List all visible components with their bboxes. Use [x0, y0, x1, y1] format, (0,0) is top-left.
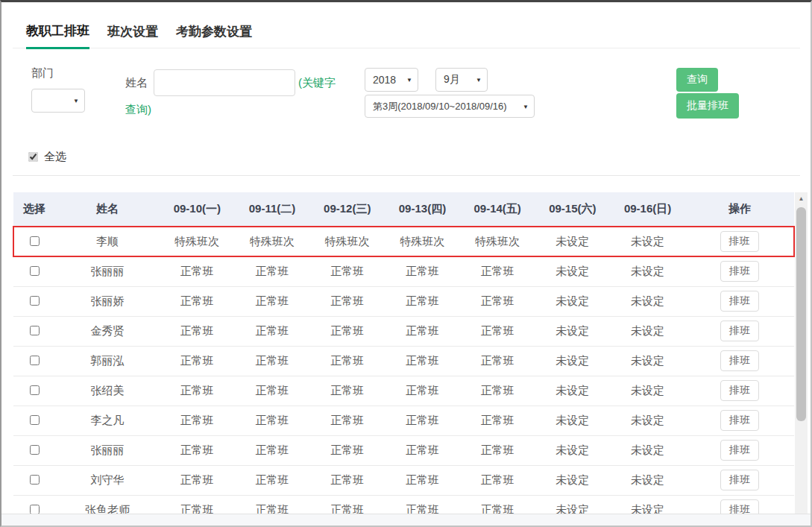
row-checkbox[interactable]: [30, 445, 40, 455]
department-label: 部门: [31, 66, 54, 81]
department-select[interactable]: ▼: [31, 89, 85, 113]
tab-2[interactable]: 考勤参数设置: [176, 23, 252, 48]
schedule-button[interactable]: 排班: [720, 350, 759, 371]
chevron-down-icon: ▼: [476, 77, 482, 83]
shift-cell: 正常班: [235, 465, 310, 495]
staff-name: 李之凡: [55, 405, 160, 435]
shift-cell: 正常班: [160, 316, 235, 346]
query-button[interactable]: 查询: [676, 68, 718, 92]
shift-cell: 未设定: [535, 465, 611, 495]
table-row: 李顺特殊班次特殊班次特殊班次特殊班次特殊班次未设定未设定排班: [13, 227, 794, 256]
chevron-down-icon: ▼: [523, 103, 529, 110]
tab-1[interactable]: 班次设置: [107, 23, 158, 48]
table-row: 金秀贤正常班正常班正常班正常班正常班未设定未设定排班: [13, 316, 794, 346]
schedule-button[interactable]: 排班: [720, 291, 759, 312]
select-all[interactable]: 全选: [28, 150, 66, 164]
scrollbar-thumb[interactable]: [796, 207, 806, 421]
column-header: 选择: [13, 192, 55, 227]
row-checkbox[interactable]: [30, 505, 40, 514]
table-row: 张丽丽正常班正常班正常班正常班正常班未设定未设定排班: [13, 256, 794, 286]
column-header: 09-14(五): [460, 192, 535, 227]
batch-schedule-button[interactable]: 批量排班: [676, 93, 739, 119]
staff-name: 李顺: [55, 227, 160, 256]
row-checkbox[interactable]: [30, 296, 40, 306]
shift-cell: 正常班: [385, 316, 460, 346]
column-header: 09-12(三): [309, 192, 385, 227]
shift-cell: 未设定: [610, 256, 685, 286]
shift-cell: 未设定: [610, 227, 685, 256]
shift-cell: 未设定: [535, 376, 611, 405]
staff-name: 张丽娇: [55, 286, 160, 316]
shift-cell: 正常班: [309, 376, 385, 405]
row-checkbox[interactable]: [30, 415, 40, 425]
staff-name: 张丽丽: [55, 435, 160, 465]
select-all-checkbox[interactable]: [28, 152, 38, 162]
shift-cell: 正常班: [309, 316, 385, 346]
shift-cell: 特殊班次: [385, 227, 460, 256]
shift-cell: 正常班: [160, 435, 235, 465]
vertical-scrollbar[interactable]: ▲: [795, 192, 808, 517]
table-row: 刘守华正常班正常班正常班正常班正常班未设定未设定排班: [13, 465, 794, 495]
shift-cell: 未设定: [535, 435, 611, 465]
column-header: 09-13(四): [385, 192, 460, 227]
name-label: 姓名: [125, 76, 148, 90]
scrollbar-up-icon[interactable]: ▲: [795, 192, 808, 204]
shift-cell: 未设定: [535, 286, 611, 316]
chevron-down-icon: ▼: [73, 98, 79, 104]
year-select[interactable]: 2018 ▼: [365, 68, 418, 92]
shift-cell: 正常班: [460, 465, 535, 495]
row-checkbox[interactable]: [30, 385, 40, 395]
year-select-value: 2018: [373, 74, 396, 86]
staff-name: 张绍美: [55, 376, 160, 405]
shift-cell: 正常班: [385, 286, 460, 316]
tab-0[interactable]: 教职工排班: [26, 22, 89, 49]
shift-cell: 正常班: [460, 346, 535, 376]
shift-cell: 正常班: [385, 346, 460, 376]
shift-cell: 正常班: [309, 465, 385, 495]
row-checkbox[interactable]: [30, 236, 40, 246]
shift-cell: 未设定: [535, 405, 611, 435]
name-input[interactable]: [154, 69, 295, 96]
shift-cell: 正常班: [160, 405, 235, 435]
shift-cell: 正常班: [385, 376, 460, 405]
row-checkbox[interactable]: [30, 475, 40, 485]
shift-cell: 特殊班次: [160, 227, 235, 256]
shift-cell: 正常班: [460, 376, 535, 405]
shift-cell: 正常班: [160, 286, 235, 316]
schedule-table-container: 选择姓名09-10(一)09-11(二)09-12(三)09-13(四)09-1…: [13, 192, 808, 517]
shift-cell: 正常班: [460, 286, 535, 316]
shift-cell: 正常班: [460, 405, 535, 435]
row-checkbox[interactable]: [30, 356, 40, 365]
schedule-button[interactable]: 排班: [720, 321, 759, 341]
row-checkbox[interactable]: [30, 326, 40, 335]
schedule-button[interactable]: 排班: [720, 410, 759, 431]
footer-band: [1, 514, 811, 526]
shift-cell: 正常班: [460, 435, 535, 465]
shift-cell: 未设定: [535, 316, 611, 346]
schedule-button[interactable]: 排班: [720, 231, 759, 252]
month-select[interactable]: 9月 ▼: [435, 68, 488, 92]
shift-cell: 正常班: [160, 465, 235, 495]
schedule-button[interactable]: 排班: [720, 470, 759, 490]
shift-cell: 正常班: [460, 316, 535, 346]
tab-bar: 教职工排班班次设置考勤参数设置: [13, 23, 800, 48]
column-header: 操作: [685, 192, 794, 227]
shift-cell: 正常班: [235, 346, 310, 376]
table-row: 张丽丽正常班正常班正常班正常班正常班未设定未设定排班: [13, 435, 794, 465]
shift-cell: 正常班: [460, 256, 535, 286]
table-header-row: 选择姓名09-10(一)09-11(二)09-12(三)09-13(四)09-1…: [13, 192, 794, 227]
row-checkbox[interactable]: [30, 266, 40, 276]
shift-cell: 正常班: [160, 376, 235, 405]
shift-cell: 正常班: [160, 256, 235, 286]
shift-cell: 正常班: [309, 286, 385, 316]
shift-cell: 未设定: [610, 346, 685, 376]
schedule-button[interactable]: 排班: [720, 380, 759, 401]
shift-cell: 特殊班次: [309, 227, 385, 256]
shift-cell: 正常班: [160, 346, 235, 376]
week-select[interactable]: 第3周(2018/09/10~2018/09/16) ▼: [365, 95, 535, 118]
shift-cell: 特殊班次: [460, 227, 535, 256]
shift-cell: 正常班: [235, 376, 310, 405]
week-select-value: 第3周(2018/09/10~2018/09/16): [373, 100, 507, 113]
schedule-button[interactable]: 排班: [720, 261, 759, 282]
schedule-button[interactable]: 排班: [720, 440, 759, 461]
